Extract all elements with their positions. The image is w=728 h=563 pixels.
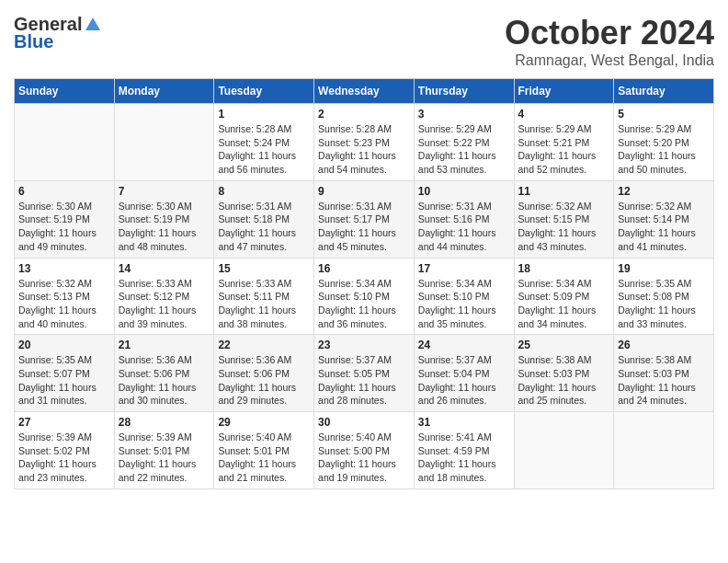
calendar-cell: 24Sunrise: 5:37 AM Sunset: 5:04 PM Dayli… — [414, 335, 514, 412]
day-info: Sunrise: 5:32 AM Sunset: 5:14 PM Dayligh… — [618, 200, 710, 254]
day-info: Sunrise: 5:36 AM Sunset: 5:06 PM Dayligh… — [218, 353, 310, 408]
day-number: 10 — [418, 185, 510, 198]
calendar-cell: 25Sunrise: 5:38 AM Sunset: 5:03 PM Dayli… — [514, 335, 614, 412]
day-info: Sunrise: 5:34 AM Sunset: 5:09 PM Dayligh… — [518, 277, 610, 331]
logo: General Blue — [14, 14, 102, 52]
calendar-cell: 2Sunrise: 5:28 AM Sunset: 5:23 PM Daylig… — [314, 104, 415, 181]
calendar-cell: 29Sunrise: 5:40 AM Sunset: 5:01 PM Dayli… — [214, 412, 314, 489]
calendar-header-row: SundayMondayTuesdayWednesdayThursdayFrid… — [15, 79, 714, 104]
day-number: 25 — [518, 339, 610, 351]
day-number: 31 — [418, 416, 510, 429]
calendar-cell: 20Sunrise: 5:35 AM Sunset: 5:07 PM Dayli… — [15, 335, 115, 412]
day-number: 20 — [18, 339, 110, 351]
day-info: Sunrise: 5:37 AM Sunset: 5:05 PM Dayligh… — [318, 353, 410, 408]
day-number: 7 — [119, 185, 210, 198]
day-info: Sunrise: 5:29 AM Sunset: 5:22 PM Dayligh… — [418, 122, 510, 177]
day-info: Sunrise: 5:34 AM Sunset: 5:10 PM Dayligh… — [418, 277, 510, 331]
calendar-cell: 30Sunrise: 5:40 AM Sunset: 5:00 PM Dayli… — [314, 412, 415, 489]
calendar-cell: 10Sunrise: 5:31 AM Sunset: 5:16 PM Dayli… — [414, 180, 514, 258]
calendar-week-4: 20Sunrise: 5:35 AM Sunset: 5:07 PM Dayli… — [15, 335, 714, 412]
day-info: Sunrise: 5:33 AM Sunset: 5:12 PM Dayligh… — [119, 277, 210, 331]
day-number: 9 — [318, 185, 410, 198]
calendar-header-saturday: Saturday — [614, 79, 714, 104]
calendar-week-2: 6Sunrise: 5:30 AM Sunset: 5:19 PM Daylig… — [15, 180, 714, 258]
day-number: 27 — [18, 416, 110, 429]
day-info: Sunrise: 5:35 AM Sunset: 5:07 PM Dayligh… — [18, 353, 110, 408]
day-info: Sunrise: 5:32 AM Sunset: 5:13 PM Dayligh… — [18, 277, 110, 331]
day-number: 23 — [318, 339, 410, 351]
calendar-cell: 22Sunrise: 5:36 AM Sunset: 5:06 PM Dayli… — [214, 335, 314, 412]
calendar-week-1: 1Sunrise: 5:28 AM Sunset: 5:24 PM Daylig… — [15, 104, 714, 181]
day-info: Sunrise: 5:31 AM Sunset: 5:17 PM Dayligh… — [318, 200, 410, 254]
day-number: 18 — [518, 262, 610, 275]
day-number: 6 — [18, 185, 110, 198]
day-number: 12 — [618, 185, 710, 198]
day-number: 17 — [418, 262, 510, 275]
calendar-cell: 5Sunrise: 5:29 AM Sunset: 5:20 PM Daylig… — [614, 104, 714, 181]
day-number: 13 — [18, 262, 110, 275]
calendar-header-tuesday: Tuesday — [214, 79, 314, 104]
day-info: Sunrise: 5:39 AM Sunset: 5:02 PM Dayligh… — [18, 431, 110, 485]
day-info: Sunrise: 5:36 AM Sunset: 5:06 PM Dayligh… — [119, 353, 210, 408]
calendar-cell: 3Sunrise: 5:29 AM Sunset: 5:22 PM Daylig… — [414, 104, 514, 181]
day-number: 15 — [218, 262, 310, 275]
calendar-cell — [114, 104, 214, 181]
day-number: 19 — [618, 262, 710, 275]
calendar-cell — [15, 104, 115, 181]
day-number: 2 — [318, 108, 410, 121]
calendar-cell: 9Sunrise: 5:31 AM Sunset: 5:17 PM Daylig… — [314, 180, 415, 258]
day-number: 30 — [318, 416, 410, 429]
calendar-cell — [614, 412, 714, 489]
day-number: 26 — [618, 339, 710, 351]
calendar-cell: 12Sunrise: 5:32 AM Sunset: 5:14 PM Dayli… — [614, 180, 714, 258]
day-info: Sunrise: 5:31 AM Sunset: 5:16 PM Dayligh… — [418, 200, 510, 254]
calendar-header-friday: Friday — [514, 79, 614, 104]
calendar-week-5: 27Sunrise: 5:39 AM Sunset: 5:02 PM Dayli… — [15, 412, 714, 489]
day-info: Sunrise: 5:38 AM Sunset: 5:03 PM Dayligh… — [618, 353, 710, 408]
day-number: 28 — [119, 416, 210, 429]
location-title: Ramnagar, West Bengal, India — [505, 52, 714, 69]
day-number: 3 — [418, 108, 510, 121]
calendar-cell: 23Sunrise: 5:37 AM Sunset: 5:05 PM Dayli… — [314, 335, 415, 412]
month-title: October 2024 — [505, 14, 714, 52]
calendar-cell: 21Sunrise: 5:36 AM Sunset: 5:06 PM Dayli… — [114, 335, 214, 412]
day-number: 1 — [218, 108, 310, 121]
day-info: Sunrise: 5:39 AM Sunset: 5:01 PM Dayligh… — [119, 431, 210, 485]
calendar-header-thursday: Thursday — [414, 79, 514, 104]
calendar-week-3: 13Sunrise: 5:32 AM Sunset: 5:13 PM Dayli… — [15, 258, 714, 335]
day-number: 22 — [218, 339, 310, 351]
svg-marker-0 — [85, 17, 100, 30]
title-section: October 2024 Ramnagar, West Bengal, Indi… — [505, 14, 714, 69]
day-info: Sunrise: 5:40 AM Sunset: 5:01 PM Dayligh… — [218, 431, 310, 485]
calendar-cell: 17Sunrise: 5:34 AM Sunset: 5:10 PM Dayli… — [414, 258, 514, 335]
day-info: Sunrise: 5:38 AM Sunset: 5:03 PM Dayligh… — [518, 353, 610, 408]
day-number: 24 — [418, 339, 510, 351]
day-number: 4 — [518, 108, 610, 121]
day-info: Sunrise: 5:32 AM Sunset: 5:15 PM Dayligh… — [518, 200, 610, 254]
calendar-header-monday: Monday — [114, 79, 214, 104]
calendar-cell: 27Sunrise: 5:39 AM Sunset: 5:02 PM Dayli… — [15, 412, 115, 489]
calendar-cell: 11Sunrise: 5:32 AM Sunset: 5:15 PM Dayli… — [514, 180, 614, 258]
calendar-cell: 4Sunrise: 5:29 AM Sunset: 5:21 PM Daylig… — [514, 104, 614, 181]
calendar-cell: 28Sunrise: 5:39 AM Sunset: 5:01 PM Dayli… — [114, 412, 214, 489]
calendar-cell: 15Sunrise: 5:33 AM Sunset: 5:11 PM Dayli… — [214, 258, 314, 335]
day-info: Sunrise: 5:40 AM Sunset: 5:00 PM Dayligh… — [318, 431, 410, 485]
day-info: Sunrise: 5:30 AM Sunset: 5:19 PM Dayligh… — [119, 200, 210, 254]
calendar-cell — [514, 412, 614, 489]
day-number: 5 — [618, 108, 710, 121]
day-number: 21 — [119, 339, 210, 351]
calendar-header-sunday: Sunday — [15, 79, 115, 104]
day-info: Sunrise: 5:28 AM Sunset: 5:24 PM Dayligh… — [218, 122, 310, 177]
calendar-header-wednesday: Wednesday — [314, 79, 415, 104]
calendar-cell: 8Sunrise: 5:31 AM Sunset: 5:18 PM Daylig… — [214, 180, 314, 258]
day-number: 16 — [318, 262, 410, 275]
logo-blue: Blue — [14, 31, 53, 52]
day-info: Sunrise: 5:37 AM Sunset: 5:04 PM Dayligh… — [418, 353, 510, 408]
day-info: Sunrise: 5:28 AM Sunset: 5:23 PM Dayligh… — [318, 122, 410, 177]
day-info: Sunrise: 5:29 AM Sunset: 5:21 PM Dayligh… — [518, 122, 610, 177]
day-info: Sunrise: 5:31 AM Sunset: 5:18 PM Dayligh… — [218, 200, 310, 254]
day-number: 14 — [119, 262, 210, 275]
day-info: Sunrise: 5:33 AM Sunset: 5:11 PM Dayligh… — [218, 277, 310, 331]
calendar-cell: 14Sunrise: 5:33 AM Sunset: 5:12 PM Dayli… — [114, 258, 214, 335]
calendar-cell: 1Sunrise: 5:28 AM Sunset: 5:24 PM Daylig… — [214, 104, 314, 181]
